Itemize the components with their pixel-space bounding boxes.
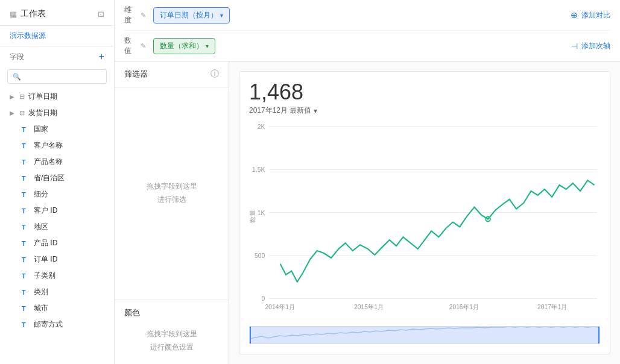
measure-edit-icon[interactable]: ✎ [141,42,146,50]
minimap[interactable] [249,326,600,344]
field-item-customer-name[interactable]: T 客户名称 [0,137,114,154]
text-type-icon: T [22,175,30,182]
field-item-region[interactable]: T 地区 [0,219,114,235]
color-section: 颜色 拖拽字段到这里 进行颜色设置 [115,300,229,364]
content-area: 筛选器 ⓘ 拖拽字段到这里 进行筛选 颜色 拖拽字段到这里 进行颜色设置 1,4… [115,61,620,364]
measure-pill[interactable]: 数量（求和） ▾ [153,38,215,54]
datasource-label[interactable]: 演示数据源 [0,26,114,46]
measure-label: 数值 ✎ [124,36,146,56]
field-item-segment[interactable]: T 细分 [0,186,114,202]
dimension-label: 维度 ✎ [124,5,146,25]
workspace-label: 工作表 [21,8,46,19]
field-list: ▶ ⊟ 订单日期 ▶ ⊟ 发货日期 T 国家 T 客户名称 T 产品名称 T [0,89,114,364]
field-name: 发货日期 [28,108,57,118]
dimension-label-text: 维度 [124,5,137,25]
date-type-icon: ⊟ [19,93,25,101]
dimension-value: 订单日期（按月） [160,10,218,20]
field-name: 产品名称 [34,157,63,167]
search-box[interactable]: 🔍 [7,69,107,84]
add-compare-icon: ⊕ [571,10,578,20]
workspace-action-icon[interactable]: ⊡ [98,10,104,19]
svg-text:2016年1月: 2016年1月 [449,303,479,310]
color-drop-hint: 拖拽字段到这里 进行颜色设置 [147,328,197,354]
svg-text:0: 0 [262,295,265,302]
field-item-ship-date[interactable]: ▶ ⊟ 发货日期 [0,105,114,121]
field-item-city[interactable]: T 城市 [0,300,114,316]
workspace-icon: ▦ [10,10,17,19]
chart-area: 1,468 2017年12月 最新值 ▾ 2K 1.5K 1K 500 0 数量 [229,61,620,364]
chart-line [280,180,595,282]
line-chart-svg: 2K 1.5K 1K 500 0 数量 2 [249,121,600,324]
svg-text:2014年1月: 2014年1月 [265,303,296,310]
workspace-header: ▦ 工作表 ⊡ [0,0,114,26]
measure-value: 数量（求和） [160,41,203,51]
measure-row: 数值 ✎ 数量（求和） ▾ ⊣ 添加次轴 [124,30,610,61]
field-name: 类别 [34,287,48,297]
field-name: 订单 ID [34,254,57,265]
svg-text:2017年1月: 2017年1月 [537,303,568,310]
add-compare-button[interactable]: ⊕ 添加对比 [571,10,610,20]
field-item-order-date[interactable]: ▶ ⊟ 订单日期 [0,89,114,105]
svg-text:500: 500 [255,252,265,259]
svg-text:1K: 1K [258,209,265,216]
dimension-pill[interactable]: 订单日期（按月） ▾ [153,7,230,24]
filter-drop-hint: 拖拽字段到这里 进行筛选 [147,180,197,206]
chart-container: 1,468 2017年12月 最新值 ▾ 2K 1.5K 1K 500 0 数量 [239,71,610,354]
search-input[interactable] [24,72,101,81]
filter-panel: 筛选器 ⓘ 拖拽字段到这里 进行筛选 颜色 拖拽字段到这里 进行颜色设置 [115,61,229,364]
field-name: 客户名称 [34,140,63,151]
text-type-icon: T [22,158,30,166]
field-item-order-id[interactable]: T 订单 ID [0,251,114,268]
field-name: 客户 ID [34,206,57,216]
text-type-icon: T [22,207,30,215]
text-type-icon: T [22,126,30,133]
svg-text:2015年1月: 2015年1月 [354,303,384,310]
text-type-icon: T [22,321,30,328]
add-axis-icon: ⊣ [571,42,578,51]
dimension-edit-icon[interactable]: ✎ [141,11,146,19]
fields-header: 字段 + [0,46,114,67]
add-field-button[interactable]: + [99,51,104,62]
filter-info-icon[interactable]: ⓘ [210,69,219,80]
field-item-province[interactable]: T 省/自治区 [0,170,114,186]
filter-header: 筛选器 ⓘ [115,61,229,87]
text-type-icon: T [22,289,30,296]
minimap-handle[interactable] [250,327,599,344]
field-item-category[interactable]: T 类别 [0,284,114,300]
color-header: 颜色 [124,307,219,318]
field-item-country[interactable]: T 国家 [0,121,114,137]
measure-label-text: 数值 [124,36,137,56]
field-name: 城市 [34,303,48,313]
chart-subtitle[interactable]: 2017年12月 最新值 ▾ [249,105,600,116]
chart-main-value: 1,468 [249,81,600,103]
field-item-product-name[interactable]: T 产品名称 [0,154,114,170]
measure-chevron-icon: ▾ [206,43,209,49]
search-icon: 🔍 [13,73,21,81]
field-name: 邮寄方式 [34,319,63,330]
text-type-icon: T [22,305,30,312]
field-item-product-id[interactable]: T 产品 ID [0,235,114,251]
text-type-icon: T [22,240,30,247]
chart-subtitle-chevron-icon: ▾ [314,107,317,115]
expand-icon: ▶ [10,110,14,116]
text-type-icon: T [22,224,30,231]
field-name: 产品 ID [34,238,57,248]
svg-text:1.5K: 1.5K [252,166,265,173]
text-type-icon: T [22,272,30,280]
color-drop-zone[interactable]: 拖拽字段到这里 进行颜色设置 [124,323,219,359]
field-item-customer-id[interactable]: T 客户 ID [0,202,114,219]
sidebar: ▦ 工作表 ⊡ 演示数据源 字段 + 🔍 ▶ ⊟ 订单日期 ▶ ⊟ 发货日期 T… [0,0,115,364]
field-item-postal[interactable]: T 邮寄方式 [0,316,114,333]
chart-subtitle-text: 2017年12月 最新值 [249,105,311,116]
field-name: 订单日期 [28,92,57,102]
main-panel: 维度 ✎ 订单日期（按月） ▾ ⊕ 添加对比 数值 ✎ 数量（求和） ▾ ⊣ [115,0,620,364]
field-item-subcategory[interactable]: T 子类别 [0,268,114,284]
expand-icon: ▶ [10,93,14,100]
filter-drop-zone[interactable]: 拖拽字段到这里 进行筛选 [115,87,229,300]
add-axis-button[interactable]: ⊣ 添加次轴 [571,41,610,51]
field-name: 细分 [34,189,48,199]
chart-body: 2K 1.5K 1K 500 0 数量 2 [249,121,600,324]
fields-label: 字段 [10,52,24,62]
field-name: 子类别 [34,271,55,281]
field-name: 地区 [34,222,48,232]
